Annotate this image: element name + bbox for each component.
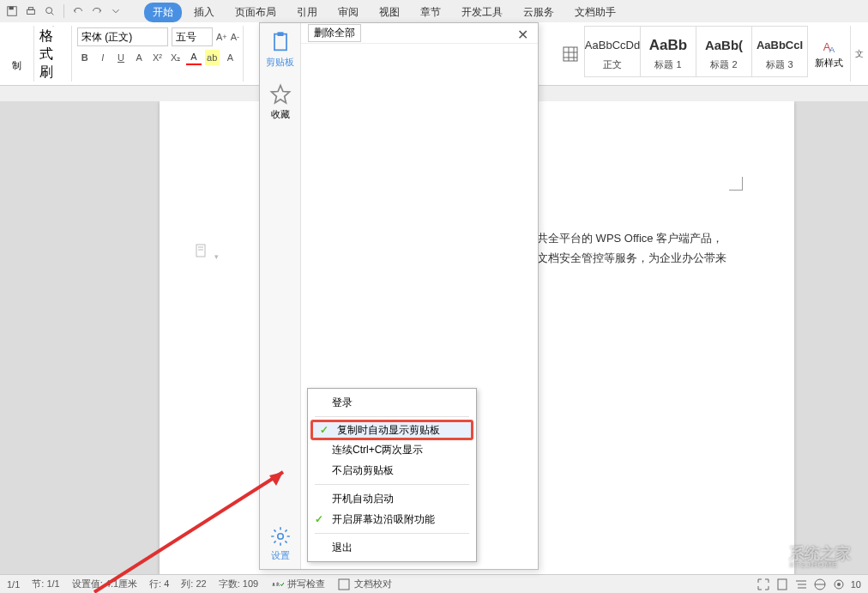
- menu-separator: [315, 416, 469, 417]
- format-painter-label: 格式刷: [39, 27, 66, 82]
- proofread-icon: [337, 578, 351, 591]
- clipboard-header: 删除全部: [301, 23, 538, 44]
- favorites-tab-label: 收藏: [271, 108, 290, 121]
- tab-devtools[interactable]: 开发工具: [453, 3, 511, 22]
- clear-all-button[interactable]: 删除全部: [308, 24, 361, 42]
- sub-button[interactable]: X₂: [168, 50, 183, 65]
- svg-text:A: A: [829, 45, 835, 54]
- style-preview: AaBbCcDd: [585, 33, 640, 58]
- menu-edge-dock[interactable]: ✓ 开启屏幕边沿吸附功能: [308, 509, 476, 529]
- status-position[interactable]: 设置值: 4.1厘米: [72, 578, 137, 590]
- doc-line-1: 共全平台的 WPS Office 客户端产品，: [537, 228, 726, 248]
- paragraph-marker-icon: ▾: [194, 242, 219, 263]
- outline-view-icon[interactable]: [794, 578, 808, 591]
- reading-view-icon[interactable]: [832, 578, 846, 591]
- print-layout-icon[interactable]: [775, 578, 789, 591]
- font-group: A+ A- B I U A X² X₂ A ab A: [72, 26, 244, 82]
- menu-autostart[interactable]: 开机自动启动: [308, 488, 476, 509]
- bold-button[interactable]: B: [77, 50, 92, 65]
- tab-references[interactable]: 引用: [288, 3, 326, 22]
- zoom-value[interactable]: 10: [851, 579, 861, 590]
- tab-insert[interactable]: 插入: [185, 3, 223, 22]
- svg-rect-23: [339, 579, 349, 590]
- tab-layout[interactable]: 页面布局: [226, 3, 285, 22]
- status-spellcheck[interactable]: 拼写检查: [270, 578, 325, 591]
- font-name-select[interactable]: [77, 27, 168, 46]
- settings-button[interactable]: 设置: [269, 525, 292, 562]
- check-icon: ✓: [320, 424, 329, 436]
- svg-rect-24: [778, 579, 787, 590]
- status-col[interactable]: 列: 22: [181, 578, 206, 590]
- doc-line-2: 文档安全管控等服务，为企业办公带来: [537, 248, 726, 268]
- highlight-button[interactable]: ab: [205, 50, 220, 65]
- clipboard-panel-tabs: 剪贴板 收藏 设置: [260, 23, 301, 569]
- super-button[interactable]: X²: [150, 50, 165, 65]
- favorites-tab[interactable]: 收藏: [268, 82, 292, 121]
- style-preview: AaBb(: [705, 33, 743, 58]
- check-icon: ✓: [315, 513, 323, 525]
- decrease-font-icon[interactable]: A-: [231, 29, 239, 45]
- style-label: 标题 2: [710, 58, 737, 71]
- menu-auto-show-clipboard[interactable]: ✓ 复制时自动显示剪贴板: [310, 420, 473, 440]
- new-style-group[interactable]: AA 新样式: [808, 26, 851, 82]
- copy-label: 制: [12, 59, 21, 72]
- svg-point-20: [277, 534, 283, 540]
- tab-view[interactable]: 视图: [371, 3, 408, 22]
- svg-rect-8: [564, 47, 577, 61]
- copy-group: 制: [0, 26, 34, 82]
- status-words[interactable]: 字数: 109: [219, 578, 258, 590]
- new-style-label: 新样式: [815, 57, 843, 70]
- status-proofread[interactable]: 文档校对: [337, 578, 392, 591]
- svg-rect-19: [277, 32, 283, 36]
- font-size-select[interactable]: [172, 27, 213, 46]
- new-style-icon: AA: [820, 38, 839, 57]
- clipboard-icon: [268, 30, 292, 54]
- style-preview: AaBb: [649, 33, 687, 58]
- status-bar: 1/1 节: 1/1 设置值: 4.1厘米 行: 4 列: 22 字数: 109…: [0, 574, 868, 593]
- tab-sections[interactable]: 章节: [412, 3, 449, 22]
- style-heading2[interactable]: AaBb( 标题 2: [696, 26, 752, 77]
- clipboard-tab[interactable]: 剪贴板: [266, 30, 294, 69]
- underline-button[interactable]: U: [113, 50, 128, 65]
- styles-expand[interactable]: 文: [851, 26, 868, 82]
- menu-disable-clipboard[interactable]: 不启动剪贴板: [308, 460, 476, 481]
- tab-cloud[interactable]: 云服务: [515, 3, 563, 22]
- quick-access-toolbar: 开始 插入 页面布局 引用 审阅 视图 章节 开发工具 云服务 文档助手: [0, 0, 868, 22]
- styles-gallery: AaBbCcDd 正文 AaBb 标题 1 AaBb( 标题 2 AaBbCcI…: [584, 26, 808, 82]
- status-row[interactable]: 行: 4: [149, 578, 169, 590]
- tab-review[interactable]: 审阅: [329, 3, 367, 22]
- svg-rect-18: [274, 34, 286, 51]
- fontcolor-button[interactable]: A: [186, 50, 201, 65]
- style-label: 标题 1: [654, 58, 681, 71]
- ribbon-tabs: 开始 插入 页面布局 引用 审阅 视图 章节 开发工具 云服务 文档助手: [3, 2, 624, 22]
- svg-point-31: [837, 583, 841, 586]
- status-section[interactable]: 节: 1/1: [32, 578, 59, 590]
- status-page[interactable]: 1/1: [7, 579, 20, 590]
- menu-login[interactable]: 登录: [308, 392, 476, 413]
- increase-font-icon[interactable]: A+: [216, 29, 227, 45]
- fullscreen-icon[interactable]: [756, 578, 770, 591]
- star-icon: [268, 82, 292, 106]
- style-label: 标题 3: [766, 58, 793, 71]
- style-heading3[interactable]: AaBbCcI 标题 3: [751, 26, 808, 77]
- tab-assistant[interactable]: 文档助手: [566, 3, 624, 22]
- menu-ctrl-c-twice[interactable]: 连续Ctrl+C两次显示: [308, 439, 476, 460]
- svg-rect-15: [196, 245, 205, 257]
- strike-button[interactable]: A: [132, 50, 147, 65]
- settings-menu: 登录 ✓ 复制时自动显示剪贴板 连续Ctrl+C两次显示 不启动剪贴板 开机自动…: [307, 388, 477, 562]
- style-normal[interactable]: AaBbCcDd 正文: [584, 26, 641, 77]
- menu-exit[interactable]: 退出: [308, 537, 476, 558]
- style-preview: AaBbCcI: [756, 33, 803, 58]
- format-painter-group[interactable]: 格式刷: [34, 26, 72, 82]
- italic-button[interactable]: I: [95, 50, 110, 65]
- margin-marker: [729, 177, 743, 191]
- web-layout-icon[interactable]: [813, 578, 827, 591]
- menu-separator: [315, 484, 469, 485]
- style-heading1[interactable]: AaBb 标题 1: [640, 26, 696, 77]
- table-icon-group[interactable]: [557, 26, 584, 82]
- document-text: 共全平台的 WPS Office 客户端产品， 文档安全管控等服务，为企业办公带…: [537, 228, 726, 269]
- clipboard-tab-label: 剪贴板: [266, 56, 294, 69]
- tab-start[interactable]: 开始: [144, 3, 182, 22]
- clear-format-button[interactable]: A: [223, 50, 238, 65]
- settings-label: 设置: [271, 549, 290, 562]
